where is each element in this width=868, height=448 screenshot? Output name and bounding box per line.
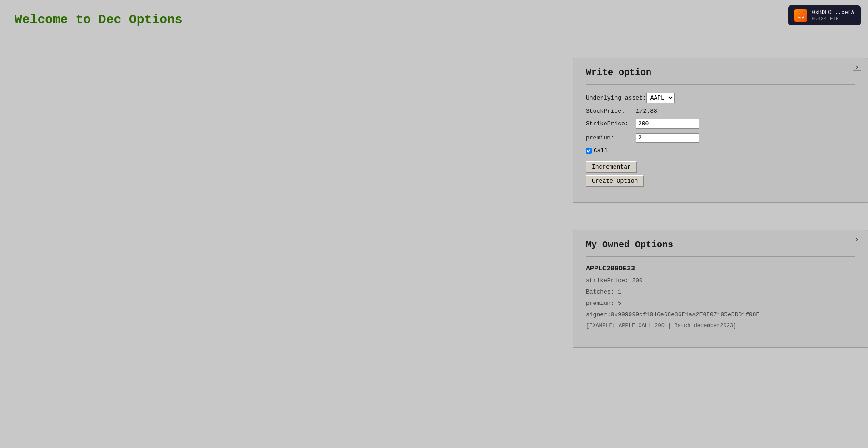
option-premium: premium: 5	[586, 300, 855, 307]
owned-options-close-button[interactable]: x	[853, 235, 861, 243]
owned-options-title: My Owned Options	[586, 239, 855, 250]
option-strike-price: strikePrice: 200	[586, 277, 855, 284]
call-checkbox[interactable]	[586, 148, 592, 154]
write-option-close-button[interactable]: x	[853, 63, 861, 71]
wallet-address: 0xBDEO...cefA	[812, 10, 854, 16]
owned-options-panel: x My Owned Options APPLC200DE23 strikePr…	[573, 230, 868, 348]
wallet-balance: 0.434 ETH	[812, 16, 854, 21]
wallet-badge[interactable]: 🦊 0xBDEO...cefA 0.434 ETH	[788, 5, 861, 25]
option-card: APPLC200DE23 strikePrice: 200 Batches: 1…	[586, 265, 855, 329]
premium-label: premium:	[586, 134, 636, 141]
underlying-asset-select[interactable]: AAPL GOOG MSFT TSLA	[646, 93, 675, 103]
option-id: APPLC200DE23	[586, 265, 855, 273]
incrementar-button[interactable]: Incrementar	[586, 161, 637, 173]
page-title: Welcome to Dec Options	[0, 0, 868, 40]
option-batches: Batches: 1	[586, 289, 855, 295]
wallet-icon: 🦊	[794, 9, 807, 22]
stock-price-value: 172.88	[636, 108, 657, 114]
stock-price-label: StockPrice:	[586, 108, 636, 114]
create-option-button[interactable]: Create Option	[586, 175, 644, 187]
strike-price-label: StrikePrice:	[586, 120, 636, 127]
write-option-title: Write option	[586, 67, 855, 78]
option-signer: signer:0x999999cf1046e68e36E1aA2E0E07105…	[586, 311, 855, 318]
premium-input[interactable]	[636, 133, 699, 143]
option-example: [EXAMPLE: APPLE CALL 200 | Batch decembe…	[586, 323, 855, 329]
strike-price-input[interactable]	[636, 119, 699, 129]
write-option-panel: x Write option Underlying asset: AAPL GO…	[573, 58, 868, 203]
call-label: Call	[594, 147, 608, 154]
underlying-asset-label: Underlying asset:	[586, 95, 646, 101]
